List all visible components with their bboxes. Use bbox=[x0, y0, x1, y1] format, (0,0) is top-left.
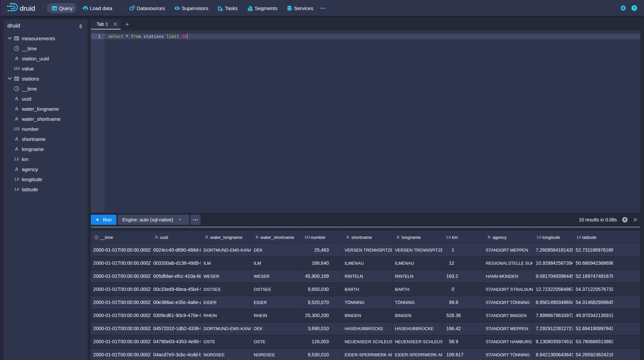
cell-km[interactable]: 528.36 bbox=[443, 309, 483, 322]
cell-agency[interactable]: STANDORT TÖNNING bbox=[483, 349, 533, 360]
tree-column-shortname[interactable]: Ashortname bbox=[4, 134, 87, 144]
column-header-water_shortname[interactable]: Awater_shortname bbox=[251, 231, 302, 244]
cell-shortname[interactable]: EIDER-SPERRWERK AP bbox=[342, 349, 393, 360]
cell-__time[interactable]: 2000-01-01T00:00:00.000Z bbox=[91, 257, 151, 269]
cell-longname[interactable]: HASEHUBBRÜCKE bbox=[393, 322, 443, 335]
cell-longitude[interactable]: 8.842130064364195 bbox=[533, 349, 573, 360]
column-header-km[interactable]: 1.0km bbox=[443, 231, 483, 244]
cell-shortname[interactable]: VERSEN TRENNSPITZE bbox=[342, 244, 393, 256]
cell-__time[interactable]: 2000-01-01T00:00:00.000Z bbox=[91, 322, 151, 335]
tree-table-measurements[interactable]: measurements bbox=[4, 33, 87, 43]
tree-column-agency[interactable]: Aagency bbox=[4, 164, 87, 174]
splitter-handle[interactable] bbox=[91, 226, 640, 228]
cog-icon[interactable] bbox=[620, 5, 626, 11]
cell-latitude[interactable]: 52.69419099784313 bbox=[573, 322, 613, 335]
cell-agency[interactable]: STANDORT MEPPEN bbox=[483, 322, 533, 335]
cell-agency[interactable]: STANDORT BINGEN bbox=[483, 309, 533, 322]
cell-water_shortname[interactable]: WESER bbox=[251, 270, 302, 282]
cell-agency[interactable]: HANN-MÜNDEN bbox=[483, 270, 533, 282]
cell-number[interactable]: 3,690,010 bbox=[302, 322, 342, 335]
nav-item-load-data[interactable]: Load data bbox=[82, 0, 112, 16]
nav-item-datasources[interactable]: Datasources bbox=[129, 0, 165, 16]
cell-agency[interactable]: STANDORT STRALSUND bbox=[483, 283, 533, 296]
column-header-__time[interactable]: __time bbox=[91, 231, 151, 244]
cell-number[interactable]: 9,650,030 bbox=[302, 283, 342, 296]
run-button[interactable]: Run bbox=[91, 215, 116, 225]
cell-agency[interactable]: STANDORT TÖNNING bbox=[483, 296, 533, 309]
cell-km[interactable]: 109.617 bbox=[443, 349, 483, 360]
tree-column-km[interactable]: 1.0km bbox=[4, 154, 87, 164]
tree-column-__time[interactable]: __time bbox=[4, 43, 87, 53]
tree-column-longitude[interactable]: 1.0longitude bbox=[4, 174, 87, 184]
cell-number[interactable]: 9,520,070 bbox=[302, 296, 342, 309]
cell-shortname[interactable]: TÖNNING bbox=[342, 296, 393, 309]
cell-__time[interactable]: 2000-01-01T00:00:00.000Z bbox=[91, 296, 151, 309]
column-header-water_longname[interactable]: Awater_longname bbox=[201, 231, 251, 244]
cell-longitude[interactable]: 8.950149034965465 bbox=[533, 296, 573, 309]
cell-km[interactable]: 1 bbox=[443, 244, 483, 256]
schema-name[interactable]: druid bbox=[7, 22, 20, 29]
cell-latitude[interactable]: 52.73118697618624 bbox=[573, 244, 613, 256]
tree-column-__time[interactable]: __time bbox=[4, 84, 87, 94]
cell-water_shortname[interactable]: OSTSEE bbox=[251, 283, 302, 296]
cell-longname[interactable]: BINGEN bbox=[393, 309, 443, 322]
chevron-down-icon[interactable] bbox=[7, 36, 12, 41]
cell-water_shortname[interactable]: DEK bbox=[251, 322, 302, 335]
cell-longname[interactable]: RINTELN bbox=[393, 270, 443, 282]
cell-shortname[interactable]: BINGEN bbox=[342, 309, 393, 322]
double-caret-vertical-icon[interactable] bbox=[79, 24, 82, 29]
tab-active[interactable]: Tab 1 bbox=[91, 19, 121, 30]
cell-__time[interactable]: 2000-01-01T00:00:00.000Z bbox=[91, 349, 151, 360]
sql-editor[interactable]: 1 select * from stations limit 10 bbox=[91, 30, 640, 213]
cell-water_longname[interactable]: NORDSEE bbox=[201, 349, 251, 360]
cell-water_longname[interactable]: DORTMUND-EMS-KANAL bbox=[201, 244, 251, 256]
cell-latitude[interactable]: 50.68094236869833 bbox=[573, 257, 613, 269]
cell-water_longname[interactable]: OSTSEE bbox=[201, 283, 251, 296]
cell-number[interactable]: 166,640 bbox=[302, 257, 342, 269]
cell-latitude[interactable]: 49.97034213591919 bbox=[573, 309, 613, 322]
tree-column-latitude[interactable]: 1.0latitude bbox=[4, 184, 87, 194]
cell-water_longname[interactable]: WESER bbox=[201, 270, 251, 282]
cell-number[interactable]: 25,463 bbox=[302, 244, 342, 256]
column-header-uuid[interactable]: Auuid bbox=[151, 231, 201, 244]
cell-longname[interactable]: NEUENSEER SCHLEUSE OW bbox=[393, 336, 443, 348]
nav-item-supervisors[interactable]: Supervisors bbox=[174, 0, 208, 16]
tree-column-water_longname[interactable]: Awater_longname bbox=[4, 104, 87, 114]
cell-uuid[interactable]: 00e386ac-e35c-4a6e-a0e9-9fb6bbd7e3b1 bbox=[151, 296, 201, 309]
query-more-button[interactable] bbox=[190, 215, 200, 225]
nav-item-more[interactable] bbox=[320, 0, 326, 16]
tab-close-icon[interactable] bbox=[113, 22, 118, 27]
add-tab-icon[interactable] bbox=[125, 22, 129, 27]
column-header-shortname[interactable]: Ashortname bbox=[342, 231, 393, 244]
cell-__time[interactable]: 2000-01-01T00:00:00.000Z bbox=[91, 283, 151, 296]
cell-km[interactable]: 99.8 bbox=[443, 296, 483, 309]
cell-longname[interactable]: BARTH bbox=[393, 283, 443, 296]
cell-longname[interactable]: ILMENAU bbox=[393, 257, 443, 269]
tree-column-water_shortname[interactable]: Awater_shortname bbox=[4, 114, 87, 124]
cell-__time[interactable]: 2000-01-01T00:00:00.000Z bbox=[91, 309, 151, 322]
cell-longitude[interactable]: 9.130903597451013 bbox=[533, 336, 573, 348]
cell-uuid[interactable]: 04572010-1db2-4338-bd33-e524f8d21d0b bbox=[151, 322, 201, 335]
cell-latitude[interactable]: 54.37122057673318 bbox=[573, 283, 613, 296]
cell-uuid[interactable]: 0024cc40-d690-468d-8e33-eec43cd70718 bbox=[151, 244, 201, 256]
engine-select-button[interactable]: Engine: auto (sql-native) bbox=[118, 215, 189, 225]
cell-km[interactable]: 0 bbox=[443, 283, 483, 296]
tree-column-number[interactable]: 123number bbox=[4, 124, 87, 134]
close-results-icon[interactable] bbox=[633, 217, 638, 222]
tree-column-uuid[interactable]: Auuid bbox=[4, 94, 87, 104]
cell-water_longname[interactable]: DORTMUND-EMS-KANAL bbox=[201, 322, 251, 335]
cell-longitude[interactable]: 7.260856418142858 bbox=[533, 244, 573, 256]
cell-agency[interactable]: STANDORT MEPPEN bbox=[483, 244, 533, 256]
cell-uuid[interactable]: 04acd7e5-3cbc-4cdd-b1b7-6d856dfae0e9 bbox=[151, 349, 201, 360]
cell-uuid[interactable]: 003200ab-d138-49d9-b1c3-5e437e8b57c5 bbox=[151, 257, 201, 269]
cell-latitude[interactable]: 54.31468299984589 bbox=[573, 296, 613, 309]
cell-km[interactable]: 58.9 bbox=[443, 336, 483, 348]
cell-shortname[interactable]: BARTH bbox=[342, 283, 393, 296]
cell-longname[interactable]: VERSEN TRENNSPITZE bbox=[393, 244, 443, 256]
column-header-longitude[interactable]: 1.0longitude bbox=[533, 231, 573, 244]
cell-water_shortname[interactable]: RHEIN bbox=[251, 309, 302, 322]
download-icon[interactable] bbox=[622, 217, 628, 223]
cell-__time[interactable]: 2000-01-01T00:00:00.000Z bbox=[91, 336, 151, 348]
cell-longitude[interactable]: 7.899667963397271 bbox=[533, 309, 573, 322]
cell-water_shortname[interactable]: DEK bbox=[251, 244, 302, 256]
